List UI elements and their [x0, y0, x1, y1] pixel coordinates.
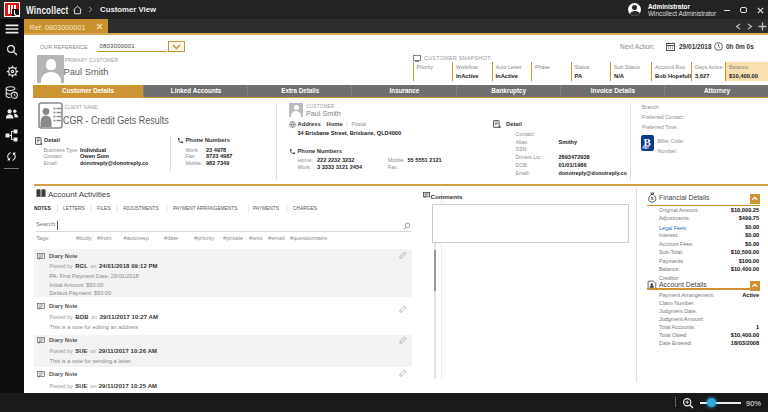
- svg-text:$: $: [651, 196, 654, 201]
